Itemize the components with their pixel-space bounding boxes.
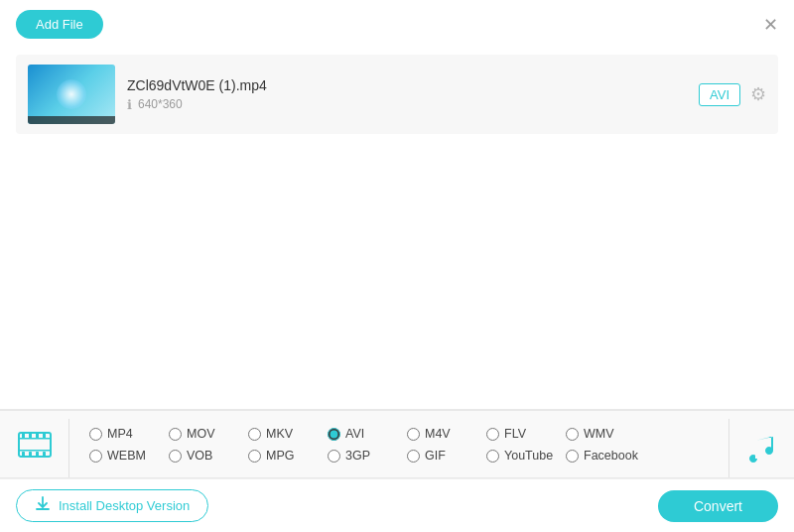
download-icon [35, 496, 51, 515]
file-list: ZCl69dVtW0E (1).mp4 ℹ 640*360 AVI ⚙ [0, 47, 794, 142]
format-label-gif: GIF [425, 449, 446, 463]
format-badge[interactable]: AVI [699, 83, 740, 106]
radio-3gp[interactable] [328, 450, 340, 463]
file-meta: ℹ 640*360 [127, 97, 687, 112]
radio-flv[interactable] [486, 428, 499, 441]
format-grid: MP4 MOV MKV AVI M4V [69, 419, 729, 477]
format-label-facebook: Facebook [584, 449, 638, 463]
radio-m4v[interactable] [407, 428, 420, 441]
format-option-facebook[interactable]: Facebook [562, 447, 642, 465]
format-label-mov: MOV [187, 427, 214, 441]
svg-rect-8 [29, 452, 32, 457]
convert-button[interactable]: Convert [658, 490, 778, 522]
format-label-mp4: MP4 [107, 427, 133, 441]
music-icon-box[interactable] [729, 419, 794, 477]
svg-rect-2 [19, 450, 51, 452]
radio-webm[interactable] [89, 450, 102, 463]
format-row-1: MP4 MOV MKV AVI M4V [85, 425, 719, 443]
format-label-youtube: YouTube [504, 449, 553, 463]
radio-facebook[interactable] [566, 450, 579, 463]
radio-wmv[interactable] [566, 428, 579, 441]
format-option-mp4[interactable]: MP4 [85, 425, 165, 443]
close-button[interactable]: ✕ [763, 16, 778, 34]
svg-rect-5 [36, 433, 39, 438]
svg-rect-3 [22, 433, 25, 438]
format-option-youtube[interactable]: YouTube [482, 447, 562, 465]
format-label-webm: WEBM [107, 449, 146, 463]
file-info: ZCl69dVtW0E (1).mp4 ℹ 640*360 [127, 77, 687, 112]
info-icon: ℹ [127, 97, 132, 112]
svg-rect-1 [19, 438, 51, 440]
thumbnail-glow [57, 79, 86, 109]
format-label-3gp: 3GP [345, 449, 370, 463]
file-thumbnail [28, 65, 115, 124]
format-option-m4v[interactable]: M4V [403, 425, 482, 443]
radio-gif[interactable] [407, 450, 420, 463]
radio-youtube[interactable] [486, 450, 499, 463]
format-label-wmv: WMV [584, 427, 614, 441]
format-option-mpg[interactable]: MPG [244, 447, 324, 465]
file-name: ZCl69dVtW0E (1).mp4 [127, 77, 687, 93]
svg-rect-10 [43, 452, 46, 457]
svg-rect-7 [22, 452, 25, 457]
music-icon [744, 431, 780, 466]
format-option-avi[interactable]: AVI [324, 425, 403, 443]
file-actions: AVI ⚙ [699, 83, 766, 106]
radio-mov[interactable] [169, 428, 182, 441]
format-option-flv[interactable]: FLV [482, 425, 562, 443]
format-section: MP4 MOV MKV AVI M4V [0, 411, 794, 477]
format-option-mov[interactable]: MOV [165, 425, 244, 443]
format-option-webm[interactable]: WEBM [85, 447, 165, 465]
format-option-mkv[interactable]: MKV [244, 425, 324, 443]
header: Add File ✕ [0, 0, 794, 47]
content-area [0, 142, 794, 380]
radio-vob[interactable] [169, 450, 182, 463]
svg-rect-4 [29, 433, 32, 438]
format-label-flv: FLV [504, 427, 526, 441]
radio-avi[interactable] [328, 428, 340, 441]
radio-mkv[interactable] [248, 428, 261, 441]
file-dimensions: 640*360 [138, 97, 183, 111]
svg-rect-6 [43, 433, 46, 438]
format-label-vob: VOB [187, 449, 212, 463]
radio-mpg[interactable] [248, 450, 261, 463]
svg-rect-9 [36, 452, 39, 457]
format-label-m4v: M4V [425, 427, 451, 441]
install-button[interactable]: Install Desktop Version [16, 489, 208, 522]
film-icon [17, 427, 53, 469]
format-label-avi: AVI [345, 427, 364, 441]
add-file-button[interactable]: Add File [16, 10, 103, 39]
format-option-3gp[interactable]: 3GP [324, 447, 403, 465]
settings-icon[interactable]: ⚙ [750, 83, 766, 105]
radio-mp4[interactable] [89, 428, 102, 441]
bottom-panel: MP4 MOV MKV AVI M4V [0, 409, 794, 532]
video-icon-box [0, 419, 69, 477]
format-option-gif[interactable]: GIF [403, 447, 482, 465]
format-row-2: WEBM VOB MPG 3GP GIF [85, 447, 719, 465]
footer-bar: Install Desktop Version Convert [0, 478, 794, 532]
format-option-vob[interactable]: VOB [165, 447, 244, 465]
file-item: ZCl69dVtW0E (1).mp4 ℹ 640*360 AVI ⚙ [16, 55, 778, 134]
format-label-mpg: MPG [266, 449, 294, 463]
format-label-mkv: MKV [266, 427, 293, 441]
install-label: Install Desktop Version [59, 498, 190, 513]
format-option-wmv[interactable]: WMV [562, 425, 641, 443]
